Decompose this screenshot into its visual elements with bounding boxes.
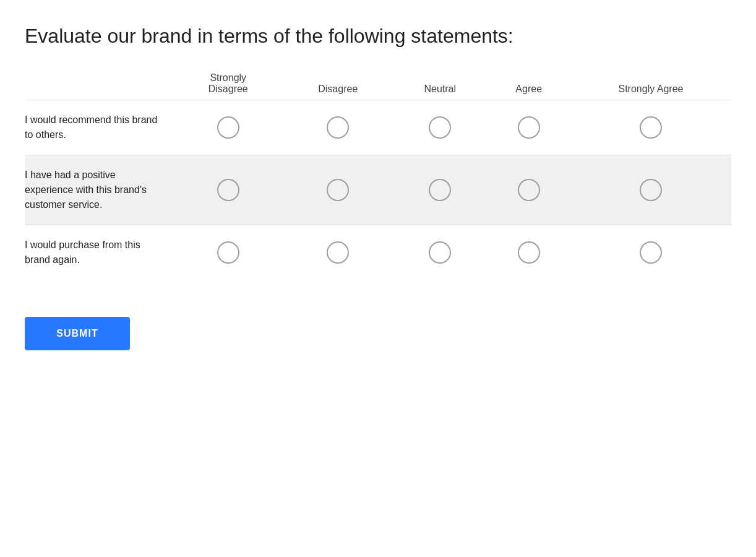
- cell-row2-agree: [487, 155, 570, 225]
- radio-row2-agree[interactable]: [518, 179, 540, 201]
- radio-row3-strongly-disagree[interactable]: [217, 241, 239, 264]
- radio-row2-neutral[interactable]: [429, 179, 451, 201]
- cell-row2-strongly-agree: [570, 155, 731, 225]
- statement-2: I have had a positive experience with th…: [25, 155, 173, 225]
- radio-row2-strongly-disagree[interactable]: [217, 179, 239, 201]
- cell-row1-agree: [487, 100, 570, 155]
- col-header-agree: Agree: [487, 67, 570, 100]
- radio-row1-disagree[interactable]: [327, 116, 349, 139]
- radio-row2-disagree[interactable]: [327, 179, 349, 201]
- statement-3: I would purchase from this brand again.: [25, 225, 173, 280]
- cell-row2-neutral: [393, 155, 487, 225]
- col-header-strongly-agree: Strongly Agree: [570, 67, 731, 100]
- col-header-statement: [25, 67, 173, 100]
- radio-row3-strongly-agree[interactable]: [640, 241, 662, 264]
- survey-row-2: I have had a positive experience with th…: [25, 155, 731, 225]
- cell-row3-neutral: [393, 225, 487, 280]
- cell-row1-strongly-disagree: [173, 100, 283, 155]
- statement-1: I would recommend this brand to others.: [25, 100, 173, 155]
- cell-row1-disagree: [283, 100, 393, 155]
- survey-row-3: I would purchase from this brand again.: [25, 225, 731, 280]
- radio-row3-agree[interactable]: [518, 241, 540, 264]
- cell-row2-strongly-disagree: [173, 155, 283, 225]
- cell-row3-agree: [487, 225, 570, 280]
- radio-row1-agree[interactable]: [518, 116, 540, 139]
- radio-row1-neutral[interactable]: [429, 116, 451, 139]
- cell-row1-neutral: [393, 100, 487, 155]
- radio-row3-neutral[interactable]: [429, 241, 451, 264]
- col-header-strongly-disagree: StronglyDisagree: [173, 67, 283, 100]
- cell-row3-strongly-agree: [570, 225, 731, 280]
- cell-row2-disagree: [283, 155, 393, 225]
- page-title: Evaluate our brand in terms of the follo…: [25, 25, 731, 48]
- radio-row1-strongly-disagree[interactable]: [217, 116, 239, 139]
- col-header-disagree: Disagree: [283, 67, 393, 100]
- cell-row3-strongly-disagree: [173, 225, 283, 280]
- cell-row3-disagree: [283, 225, 393, 280]
- submit-button[interactable]: SUBMIT: [25, 317, 130, 350]
- radio-row3-disagree[interactable]: [327, 241, 349, 264]
- survey-row-1: I would recommend this brand to others.: [25, 100, 731, 155]
- radio-row2-strongly-agree[interactable]: [640, 179, 662, 201]
- col-header-neutral: Neutral: [393, 67, 487, 100]
- cell-row1-strongly-agree: [570, 100, 731, 155]
- survey-table: StronglyDisagree Disagree Neutral Agree …: [25, 67, 731, 280]
- radio-row1-strongly-agree[interactable]: [640, 116, 662, 139]
